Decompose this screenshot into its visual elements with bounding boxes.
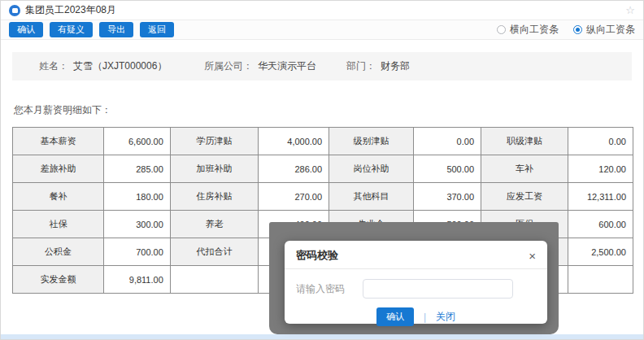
- radio-horizontal-payslip[interactable]: 横向工资条: [497, 23, 559, 37]
- cell-label: 车补: [481, 155, 568, 183]
- employee-company: 所属公司： 华天演示平台: [204, 59, 346, 73]
- cell-label: 餐补: [13, 183, 104, 211]
- back-button[interactable]: 返回: [140, 22, 174, 37]
- cell-value: 6,600.00: [104, 128, 171, 155]
- cell-label: 岗位补助: [329, 155, 414, 183]
- name-label: 姓名：: [39, 59, 68, 73]
- cell-value: 9,811.00: [104, 266, 171, 294]
- footer-separator: |: [424, 312, 426, 323]
- cell-label: 差旅补助: [13, 155, 104, 183]
- cell-label: 公积金: [13, 238, 104, 266]
- cell-value: 300.00: [104, 211, 171, 238]
- cell-value: 285.00: [104, 155, 171, 183]
- dialog-close-link[interactable]: 关闭: [436, 310, 455, 324]
- dept-value: 财务部: [381, 59, 410, 73]
- name-value: 艾雪（JXJT000006）: [73, 59, 167, 73]
- cell-label: 应发工资: [481, 183, 568, 211]
- cell-empty: [568, 266, 633, 294]
- table-row: 餐补 180.00 住房补贴 270.00 其他科目 370.00 应发工资 1…: [13, 183, 633, 211]
- company-value: 华天演示平台: [258, 59, 316, 73]
- app-icon: [9, 5, 20, 16]
- cell-value: 0.00: [413, 128, 481, 155]
- dept-label: 部门：: [346, 59, 376, 73]
- cell-label: 基本薪资: [13, 128, 104, 155]
- radio-checked-icon: [573, 25, 582, 34]
- cell-value: 286.00: [259, 155, 329, 183]
- payslip-window: 集团员工2023年08月 ☆ 确认 有疑义 导出 返回 横向工资条 纵向工资条 …: [0, 0, 644, 340]
- cell-label: 社保: [13, 211, 104, 238]
- cell-empty: [170, 266, 258, 294]
- cell-value: 120.00: [568, 155, 633, 183]
- password-dialog: 密码校验 × 请输入密码 确认 | 关闭: [285, 241, 547, 324]
- dialog-confirm-button[interactable]: 确认: [376, 307, 414, 326]
- cell-label: 加班补助: [170, 155, 258, 183]
- employee-info-bar: 姓名： 艾雪（JXJT000006） 所属公司： 华天演示平台 部门： 财务部: [12, 52, 632, 81]
- cell-label: 住房补贴: [170, 183, 258, 211]
- cell-label: 学历津贴: [170, 128, 258, 155]
- radio-unchecked-icon: [497, 25, 506, 34]
- employee-name: 姓名： 艾雪（JXJT000006）: [39, 59, 204, 73]
- cell-value: 12,311.00: [568, 183, 633, 211]
- cell-value: 500.00: [413, 155, 481, 183]
- employee-department: 部门： 财务部: [346, 59, 410, 73]
- page-title: 集团员工2023年08月: [25, 3, 116, 17]
- bottom-scrollbar-strip[interactable]: [1, 334, 643, 339]
- cell-value: 700.00: [104, 238, 171, 266]
- cell-label: 级别津贴: [329, 128, 414, 155]
- cell-value: 0.00: [568, 128, 633, 155]
- cell-label: 其他科目: [329, 183, 414, 211]
- cell-value: 180.00: [104, 183, 171, 211]
- export-button[interactable]: 导出: [99, 22, 133, 37]
- layout-radio-group: 横向工资条 纵向工资条: [482, 23, 635, 37]
- password-input[interactable]: [363, 279, 513, 299]
- dispute-button[interactable]: 有疑义: [50, 22, 93, 37]
- title-bar: 集团员工2023年08月 ☆: [1, 1, 643, 20]
- favorite-star-icon[interactable]: ☆: [625, 4, 635, 16]
- cell-label: 实发金额: [13, 266, 104, 294]
- intro-text: 您本月薪资明细如下：: [14, 103, 630, 117]
- radio-label: 纵向工资条: [586, 23, 635, 37]
- dialog-title: 密码校验: [296, 248, 338, 263]
- cell-value: 4,000.00: [259, 128, 329, 155]
- toolbar: 确认 有疑义 导出 返回 横向工资条 纵向工资条: [1, 20, 643, 40]
- table-row: 基本薪资 6,600.00 学历津贴 4,000.00 级别津贴 0.00 职级…: [13, 128, 633, 155]
- cell-label: 职级津贴: [481, 128, 568, 155]
- radio-vertical-payslip[interactable]: 纵向工资条: [573, 23, 635, 37]
- dialog-footer: 确认 | 关闭: [285, 307, 547, 326]
- dialog-header: 密码校验 ×: [285, 241, 547, 269]
- cell-value: 370.00: [413, 183, 481, 211]
- radio-label: 横向工资条: [510, 23, 559, 37]
- company-label: 所属公司：: [204, 59, 253, 73]
- cell-value: 600.00: [568, 211, 633, 238]
- cell-label: 养老: [170, 211, 258, 238]
- table-row: 差旅补助 285.00 加班补助 286.00 岗位补助 500.00 车补 1…: [13, 155, 633, 183]
- cell-value: 2,500.00: [568, 238, 633, 266]
- cell-label: 代扣合计: [170, 238, 258, 266]
- cell-value: 270.00: [259, 183, 329, 211]
- dialog-body: 请输入密码: [285, 269, 547, 299]
- confirm-button[interactable]: 确认: [9, 22, 43, 37]
- password-field-label: 请输入密码: [296, 282, 363, 296]
- close-icon[interactable]: ×: [529, 250, 536, 262]
